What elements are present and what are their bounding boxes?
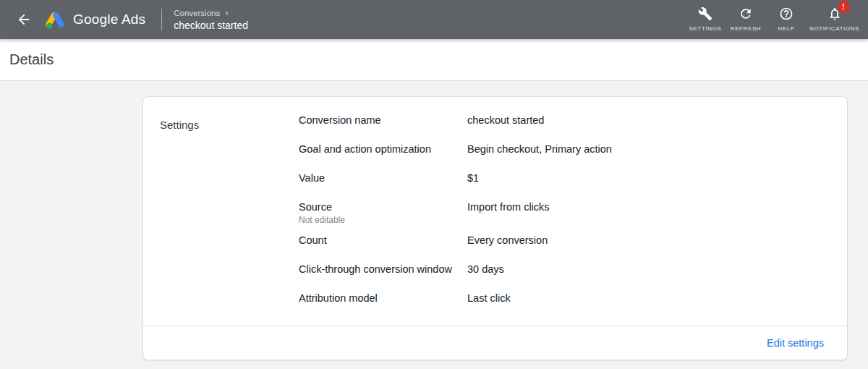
field-label: Count [299,234,327,246]
section-column: Settings [143,106,299,313]
brand-name: Google Ads [73,12,145,27]
section-label: Settings [160,119,299,131]
topbar: Google Ads Conversions › checkout starte… [0,0,868,39]
settings-card: Settings Conversion name checkout starte… [142,96,848,360]
notifications-button[interactable]: ! NOTIFICATIONS [807,0,862,39]
settings-button[interactable]: SETTINGS [685,0,726,39]
refresh-icon [738,6,754,22]
field-row-count: Count Every conversion [299,226,830,255]
title-bar: Details [0,39,868,81]
field-value: checkout started [467,113,544,127]
content-area: Settings Conversion name checkout starte… [0,81,868,360]
field-value: Import from clicks [467,200,550,214]
field-row-source: Source Not editable Import from clicks [299,192,830,226]
notifications-button-label: NOTIFICATIONS [809,25,859,32]
topbar-divider [161,9,162,30]
field-label: Click-through conversion window [299,263,452,275]
bell-icon: ! [827,6,843,22]
field-label: Goal and action optimization [299,143,431,155]
field-label: Attribution model [299,292,378,304]
field-label: Conversion name [299,114,381,126]
chevron-right-icon: › [225,8,228,17]
refresh-button-label: REFRESH [731,25,761,32]
back-button[interactable] [9,5,38,34]
settings-card-footer: Edit settings [143,326,847,360]
field-value: Begin checkout, Primary action [467,142,612,156]
wrench-icon [697,6,713,22]
settings-card-body: Settings Conversion name checkout starte… [143,97,847,326]
field-value: Every conversion [467,233,548,247]
breadcrumb-parent-label: Conversions [174,9,220,17]
refresh-button[interactable]: REFRESH [726,0,766,39]
breadcrumb: Conversions › checkout started [174,8,248,31]
breadcrumb-parent[interactable]: Conversions › [174,8,248,17]
help-button-label: HELP [778,25,794,32]
help-button[interactable]: HELP [766,0,807,39]
page-title: Details [9,51,54,68]
notification-badge: ! [838,1,850,13]
arrow-back-icon [16,12,32,27]
help-icon [778,6,794,22]
field-label: Value [299,172,325,184]
topbar-actions: SETTINGS REFRESH HELP ! [685,0,862,39]
google-ads-logo[interactable]: Google Ads [44,10,145,30]
field-row-goal-optimization: Goal and action optimization Begin check… [299,135,830,164]
edit-settings-link[interactable]: Edit settings [767,337,824,349]
field-value: Last click [467,291,511,305]
settings-button-label: SETTINGS [689,25,722,32]
field-value: $1 [467,171,479,185]
fields-column: Conversion name checkout started Goal an… [299,106,847,313]
field-value: 30 days [467,262,504,276]
google-ads-logo-icon [44,10,66,30]
field-label: Source [299,201,332,213]
field-row-value: Value $1 [299,164,830,192]
field-row-click-window: Click-through conversion window 30 days [299,255,830,284]
field-sublabel: Not editable [299,214,467,226]
field-row-attribution-model: Attribution model Last click [299,284,830,313]
breadcrumb-current: checkout started [174,20,248,31]
field-row-conversion-name: Conversion name checkout started [299,106,830,135]
